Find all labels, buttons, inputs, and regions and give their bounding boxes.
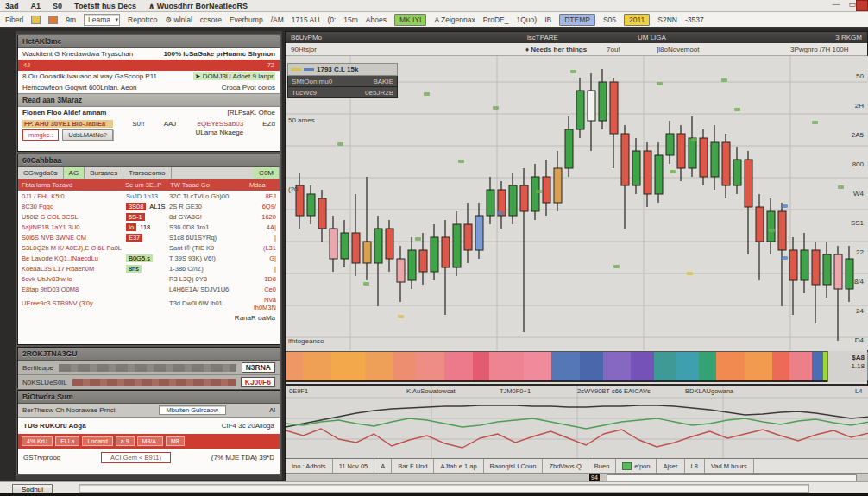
row-cell-2: E37 (126, 234, 169, 242)
heat-strip-segment (631, 352, 653, 380)
legend-key2: TucWc9 (292, 89, 317, 97)
toolbar-button[interactable]: ProDE_ (483, 16, 509, 24)
panel-b-tabs: CGwgda0sAGBursaresTrsrsoeomoC0M (18, 167, 280, 179)
table-row[interactable]: S3L0Q2h M K/ A0EJ),E O 6L Pa0LSant l® (T… (18, 242, 280, 253)
table-row[interactable]: U50l2 G COL 3CSL6S-1 8d GYA8G!1620 (18, 211, 280, 222)
toolbar-button[interactable]: Everhump (230, 16, 263, 24)
table-row[interactable]: 0J1 / FHL K5t0SuJD 1h1332C TLcTVLo Gb)00… (18, 191, 280, 201)
panel-b-tab[interactable]: Bursares (85, 167, 123, 179)
time-axis-tab[interactable]: ZbdVaos Q (543, 459, 588, 474)
confirm-order-button[interactable]: UdsLMAtNo? (62, 129, 113, 141)
close-icon[interactable] (856, 0, 868, 11)
left-sidebar: HctAKl3mc Wackitent G Knedawdwa Tryascha… (16, 31, 282, 480)
svg-text:W4: W4 (853, 190, 865, 198)
toolbar-button[interactable]: 15m (343, 16, 358, 24)
banner-right: 72 (267, 61, 274, 69)
toolbar-badge-button[interactable]: 2011 (624, 14, 650, 26)
row-cell-1: UEree9c3 STB9NV (3'0y (22, 299, 126, 307)
table-row[interactable]: 6ovk UbJv83tw loR3 L3Q) 0Y81D8 (18, 273, 280, 284)
table-row[interactable]: Be Lavode KQ1..lNaecdLuB0G5.sT 39S 93K) … (18, 253, 280, 263)
heat-strip-segment (393, 352, 416, 380)
table-row[interactable]: UEree9c3 STB9NV (3'0yT3d Dw0L6W lb01NVa … (18, 294, 280, 312)
table-row[interactable]: 8C30 Fggo3S08 AL1S2S R GE306Q9/ (18, 201, 280, 211)
toolbar-color-chip[interactable] (31, 16, 41, 24)
toolbar-button[interactable]: ccsore (200, 16, 222, 24)
panel-a-status: 100% IcSaGake prHuamc Shymon (164, 50, 275, 58)
sell-buy-segment[interactable]: 4% KrU (22, 436, 53, 446)
sell-buy-segment[interactable]: M8 (166, 436, 185, 446)
toolbar-button[interactable]: 1Quo) (517, 16, 538, 24)
time-axis-tab[interactable]: RaonqisLLCoun (484, 459, 544, 474)
panel-b-tab[interactable]: CGwgda0s (18, 167, 64, 179)
heat-strip-segment (654, 352, 676, 380)
toolbar-badge-button[interactable]: MK IYI (394, 14, 427, 26)
heatmap-strip (286, 351, 868, 382)
panel-b-tab[interactable]: Trsrsoeomo (123, 167, 171, 179)
sell-buy-segment[interactable]: ELLa (55, 436, 79, 446)
sell-buy-segment[interactable]: M8/A. (137, 436, 163, 446)
order-value-box[interactable]: ACI Gem < B911) (101, 452, 171, 463)
maximize-icon[interactable]: ▭ (848, 0, 856, 9)
horizontal-scrollbar[interactable]: 94 (286, 473, 868, 481)
toolbar-button[interactable]: IB (544, 16, 551, 24)
row-cell-1: 6a)lNE1B 1aY1 3U0. (22, 223, 126, 231)
heat-strip-segment (716, 352, 745, 380)
toolbar-button[interactable]: ⚙ wlnlal (166, 16, 192, 24)
toolbar-combo[interactable]: Leama (84, 14, 120, 26)
status-button[interactable]: Sodhui (12, 484, 53, 493)
minimize-icon[interactable]: — (832, 0, 840, 9)
cell-red-badge: Io (126, 223, 136, 231)
cancel-order-button[interactable]: mmgkc.: (22, 129, 59, 141)
toolbar-button[interactable]: Fiberl (5, 16, 23, 24)
table-row[interactable]: S0l6S NVB 3WNE CME37 S1c8 6U1SYRq)| (18, 232, 280, 242)
window-title-item: S0 (53, 2, 62, 10)
window-title-item: Toetsff hus Decs (74, 2, 136, 10)
trade-info-panel: HctAKl3mc Wackitent G Knedawdwa Tryascha… (17, 35, 280, 152)
toolbar-button[interactable]: (0: (327, 16, 336, 24)
time-axis-tab[interactable]: Ajser (657, 459, 684, 474)
chart-titlebar[interactable]: B6UvPMo lscTPARE UM LIGA 3 RKGM (286, 32, 867, 43)
time-axis-tab[interactable]: e'pon (616, 459, 657, 474)
heat-strip-segment (524, 352, 552, 380)
toolbar-button[interactable]: S05 (603, 16, 616, 24)
toolbar-button[interactable]: S2NN (657, 16, 677, 24)
row-cell-4: 6Q9/ (248, 203, 276, 210)
heat-strip-segment (551, 352, 580, 380)
chart-legend: 1793 C.L 15k SMtOon mu0 BAKIE TucWc9 0e5… (287, 63, 398, 98)
indicator-panel[interactable]: 0E9F1K.AuSowatowcatTJM0F0+12sWY90BT s66 … (286, 384, 868, 458)
time-axis-tab[interactable]: Bar F Und (392, 459, 434, 474)
toolbar-button[interactable]: Repotrco (128, 16, 158, 24)
heat-strip-segment (699, 352, 716, 380)
time-axis-tab[interactable]: Vad M hours (705, 459, 754, 474)
panel-b-table: 0J1 / FHL K5t0SuJD 1h1332C TLcTVLo Gb)00… (18, 191, 280, 312)
panel-b-tab-badge[interactable]: C0M (254, 167, 280, 179)
time-axis-tab[interactable]: 11 Nov 05 (333, 459, 375, 474)
panel-d-input[interactable]: Mbulten Gulrcaow (159, 405, 226, 415)
toolbar-color-chip[interactable] (48, 16, 58, 24)
sell-buy-segment[interactable]: Lodand (82, 436, 112, 446)
panel-b-tab[interactable]: AG (64, 167, 85, 179)
toolbar-button[interactable]: /AM (271, 16, 284, 24)
table-row[interactable]: E8tap 9tfD03 O0M8L4H6E1A/ SDJV1U6Ce0 (18, 284, 280, 294)
sell-buy-segment[interactable]: a 9 (116, 436, 135, 446)
time-axis-tab[interactable]: L8 (685, 459, 705, 474)
chart-info-left: 90Htsjor (291, 46, 317, 53)
heat-strip-segment (444, 352, 473, 380)
time-axis-tab[interactable]: Buen (588, 459, 617, 474)
toolbar-button[interactable]: 1715 AU (292, 16, 320, 24)
toolbar-button[interactable]: Ahoes (366, 16, 387, 24)
time-axis-tab[interactable]: A (374, 459, 392, 474)
legend-chip-blue (304, 68, 314, 71)
toolbar-button[interactable]: -3537 (685, 16, 704, 24)
table-row[interactable]: 6a)lNE1B 1aY1 3U0.Io 118S36 0D8 3ro14A| (18, 222, 280, 232)
row-cell-4: Ce0 (248, 286, 276, 293)
time-axis-tab[interactable]: AJtah e 1 ap (434, 459, 483, 474)
svg-text:24: 24 (856, 307, 864, 315)
toolbar-button[interactable]: 9m (66, 16, 76, 24)
candlestick-plot[interactable]: 502H2A5800W4SS1228/424D4 1793 C.L 15k SM… (286, 56, 868, 350)
heat-strip-segment (812, 352, 823, 380)
table-row[interactable]: KoeaaL3S L17 Rbaen0M8ns1-386 C//lZ)| (18, 263, 280, 273)
toolbar-button[interactable]: A Zeigennax (434, 16, 475, 24)
toolbar-badge-button[interactable]: DTEMP (559, 14, 595, 26)
time-axis-tab[interactable]: Ino : Adbots (286, 459, 333, 474)
